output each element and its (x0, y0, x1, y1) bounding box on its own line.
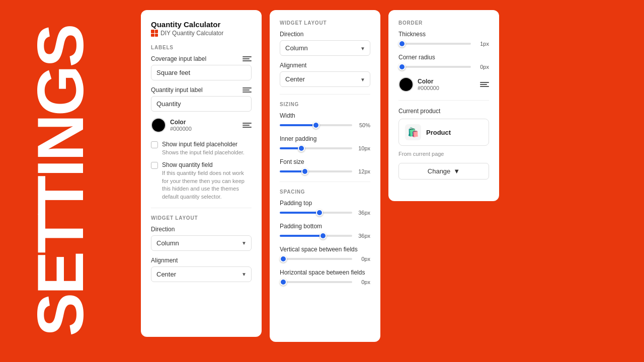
font-size-value: 12px (356, 168, 370, 174)
inner-padding-slider-group: Inner padding 10px (280, 135, 370, 151)
thickness-slider-group: Thickness 1px (398, 31, 489, 47)
vertical-space-slider-group: Vertical space between fields 0px (280, 246, 370, 262)
font-size-slider-group: Font size 12px (280, 158, 370, 174)
corner-radius-label: Corner radius (398, 54, 489, 61)
shopify-icon (151, 30, 158, 37)
p1-alignment-select[interactable]: Center Left Right (151, 266, 252, 282)
p2-direction-label-row: Direction (280, 31, 370, 38)
p2-direction-select-wrapper: Column Row ▼ (280, 40, 370, 56)
p2-alignment-label: Alignment (280, 62, 306, 69)
change-dropdown-icon: ▼ (453, 167, 460, 175)
p3-color-row: Color #000000 (398, 77, 489, 92)
p1-direction-select[interactable]: Column Row (151, 235, 252, 251)
thickness-label: Thickness (398, 31, 489, 38)
p1-widget-layout-section: WIDGET LAYOUT (151, 215, 252, 221)
show-placeholder-checkbox[interactable] (151, 141, 158, 148)
p2-alignment-label-row: Alignment (280, 62, 370, 69)
product-name: Product (426, 129, 451, 136)
panels-container: Quantity Calculator DIY Quantity Calcula… (141, 10, 499, 342)
current-product-label: Current product (398, 108, 489, 115)
panel-1-title: Quantity Calculator (151, 20, 252, 29)
padding-top-thumb (316, 209, 323, 216)
padding-top-fill (280, 212, 319, 214)
horizontal-space-label: Horizontal space between fields (280, 269, 370, 276)
p1-color-hex: #000000 (170, 126, 192, 132)
p3-color-stack-icon[interactable] (480, 81, 489, 88)
p1-direction-label-row: Direction (151, 226, 252, 233)
vertical-space-thumb (280, 255, 287, 262)
panel-1-subtitle: DIY Quantity Calculator (151, 30, 252, 37)
panel-2: WIDGET LAYOUT Direction Column Row ▼ Ali… (270, 10, 380, 342)
panel-3: BORDER Thickness 1px Corner radius 0px (388, 10, 499, 201)
vertical-space-label: Vertical space between fields (280, 246, 370, 253)
font-size-label: Font size (280, 158, 370, 165)
p1-color-swatch[interactable] (151, 118, 166, 133)
width-label: Width (280, 112, 370, 119)
panel-1: Quantity Calculator DIY Quantity Calcula… (141, 10, 262, 337)
padding-top-label: Padding top (280, 200, 370, 207)
coverage-stack-icon[interactable] (243, 55, 252, 62)
inner-padding-thumb (298, 145, 305, 152)
current-product-box: 🛍️ Product (398, 119, 489, 146)
width-value: 50% (356, 122, 370, 128)
product-source: From current page (398, 151, 489, 157)
p2-alignment-select-wrapper: Center Left Right ▼ (280, 71, 370, 87)
vertical-space-value: 0px (356, 256, 370, 262)
settings-bg-text: SETTINGS (0, 0, 121, 362)
p1-alignment-label-row: Alignment (151, 257, 252, 264)
p1-direction-label: Direction (151, 226, 175, 233)
show-quantity-desc: If this quantity field does not work for… (162, 169, 252, 201)
show-placeholder-desc: Shows the input field placeholder. (162, 149, 245, 156)
labels-section: LABELS (151, 45, 252, 50)
p1-alignment-label: Alignment (151, 257, 178, 264)
p2-sizing-section: SIZING (280, 102, 370, 107)
p1-color-stack-icon[interactable] (243, 122, 252, 129)
corner-radius-thumb (398, 63, 406, 70)
p2-widget-layout-section: WIDGET LAYOUT (280, 20, 370, 26)
p1-alignment-select-wrapper: Center Left Right ▼ (151, 266, 252, 282)
show-quantity-checkbox[interactable] (151, 162, 158, 169)
coverage-label-row: Coverage input label (151, 55, 252, 62)
p3-color-label: Color (418, 78, 439, 85)
quantity-stack-icon[interactable] (243, 86, 252, 94)
thickness-value: 1px (475, 41, 489, 47)
show-quantity-title: Show quantity field (162, 161, 252, 168)
show-placeholder-title: Show input field placeholder (162, 141, 245, 148)
p2-direction-select[interactable]: Column Row (280, 40, 370, 56)
change-button[interactable]: Change ▼ (398, 163, 489, 179)
product-icon-box: 🛍️ (405, 124, 421, 140)
p3-color-swatch[interactable] (398, 77, 414, 92)
padding-bottom-slider-group: Padding bottom 36px (280, 223, 370, 239)
coverage-input[interactable] (151, 65, 252, 80)
quantity-input[interactable] (151, 96, 252, 112)
padding-top-slider-group: Padding top 36px (280, 200, 370, 216)
p2-direction-label: Direction (280, 31, 303, 38)
p3-color-hex: #000000 (418, 85, 439, 91)
p1-color-label: Color (170, 119, 192, 126)
p3-border-section: BORDER (398, 20, 489, 26)
corner-radius-value: 0px (475, 64, 489, 70)
show-placeholder-row: Show input field placeholder Shows the i… (151, 141, 252, 156)
show-quantity-row: Show quantity field If this quantity fie… (151, 161, 252, 201)
width-slider-group: Width 50% (280, 112, 370, 128)
coverage-field-label: Coverage input label (151, 55, 206, 62)
horizontal-space-value: 0px (356, 279, 370, 285)
horizontal-space-slider-group: Horizontal space between fields 0px (280, 269, 370, 285)
quantity-field-label: Quantity input label (151, 86, 203, 94)
inner-padding-value: 10px (356, 145, 370, 151)
padding-top-value: 36px (356, 210, 370, 216)
horizontal-space-thumb (280, 279, 287, 286)
p1-color-row: Color #000000 (151, 118, 252, 133)
padding-bottom-value: 36px (356, 233, 370, 239)
p1-direction-select-wrapper: Column Row ▼ (151, 235, 252, 251)
thickness-thumb (398, 40, 406, 47)
p2-spacing-section: SPACING (280, 189, 370, 195)
padding-bottom-label: Padding bottom (280, 223, 370, 230)
font-size-thumb (301, 168, 308, 175)
padding-bottom-thumb (319, 232, 327, 239)
p2-alignment-select[interactable]: Center Left Right (280, 71, 370, 87)
padding-bottom-fill (280, 235, 323, 237)
inner-padding-label: Inner padding (280, 135, 370, 142)
quantity-label-row: Quantity input label (151, 86, 252, 94)
corner-radius-slider-group: Corner radius 0px (398, 54, 489, 70)
